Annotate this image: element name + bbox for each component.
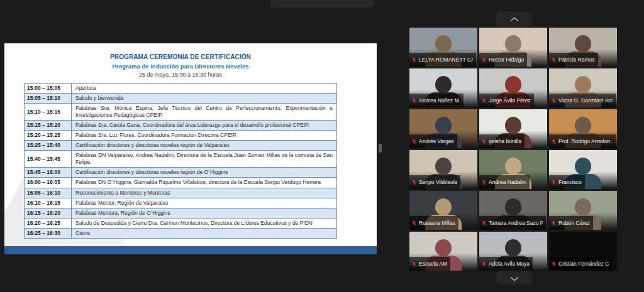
participant-name-tag: Rossana Millas bbox=[409, 216, 458, 230]
participant-silhouette-head bbox=[575, 76, 591, 93]
document-scrollbar-thumb[interactable] bbox=[379, 144, 382, 153]
schedule-row: 15:00 – 15:05 Apertura bbox=[25, 84, 337, 94]
schedule-activity-cell: Palabras DN O´Higgins, Guirnalda Riquelm… bbox=[72, 178, 337, 188]
chevron-down-icon bbox=[510, 273, 519, 284]
slide-footer-bar bbox=[4, 246, 377, 254]
schedule-row: 15:15 – 15:20 Palabras Sra. Carola Gana.… bbox=[25, 121, 337, 131]
participant-name: Patricia Ramos bbox=[558, 57, 595, 63]
participant-tile[interactable]: Prof. Rodrigo Arredon... bbox=[549, 109, 617, 148]
participant-name: Francisco bbox=[558, 179, 582, 185]
participant-tile[interactable]: Víctor G. Gonzalez Arri... bbox=[549, 68, 617, 107]
schedule-row: 15:45 – 16:00 Certificación directores y… bbox=[25, 168, 337, 178]
participant-name: Andrés Vargas bbox=[419, 138, 454, 144]
participant-tile[interactable]: Andrea Núñez M. bbox=[409, 68, 477, 107]
schedule-time-cell: 15:05 – 15:10 bbox=[25, 94, 72, 104]
schedule-time-cell: 15:20 – 15:25 bbox=[25, 131, 72, 141]
scroll-participants-down-button[interactable] bbox=[496, 271, 532, 284]
schedule-row: 16:25 – 16:30 Cierre bbox=[25, 228, 337, 238]
participant-name-tag: LELYA ROMANETT CA... bbox=[409, 53, 476, 67]
participant-tile[interactable]: Patricia Ramos bbox=[549, 28, 617, 67]
participant-silhouette-head bbox=[435, 35, 452, 52]
participant-name-tag: geisha bonilla bbox=[479, 134, 525, 148]
participant-tile[interactable]: LELYA ROMANETT CA... bbox=[409, 28, 477, 67]
participant-name: Andrea Núñez M. bbox=[419, 97, 460, 104]
participant-silhouette-head bbox=[575, 158, 591, 175]
shared-screen-document: PROGRAMA CEREMONIA DE CERTIFICACIÓN Prog… bbox=[4, 43, 377, 254]
mic-muted-icon bbox=[481, 95, 487, 106]
schedule-time-cell: 15:25 – 15:40 bbox=[25, 141, 72, 151]
mic-muted-icon bbox=[411, 95, 417, 106]
mic-muted-icon bbox=[411, 217, 417, 229]
participant-tile[interactable]: Tamara Andrea Sazo P... bbox=[479, 191, 547, 230]
mic-muted-icon bbox=[481, 258, 487, 269]
schedule-row: 16:10 – 16:15 Palabras Mentor, Región de… bbox=[25, 198, 337, 208]
participant-name: Jorge Ávila Pérez bbox=[489, 97, 531, 104]
schedule-row: 15:20 – 15:25 Palabras Sra. Luz Flores. … bbox=[25, 131, 337, 141]
participant-name: Rubén Cárez bbox=[558, 220, 590, 226]
schedule-activity-cell: Certificación directores y directoras no… bbox=[72, 168, 337, 178]
participant-tile[interactable]: Andrea Nadalini bbox=[479, 150, 547, 189]
participant-silhouette-head bbox=[505, 239, 521, 256]
schedule-time-cell: 15:15 – 15:20 bbox=[25, 121, 72, 131]
participant-name-tag: Adela Avila Moya bbox=[479, 257, 533, 271]
participant-name: Cristian Fernández C bbox=[558, 261, 609, 267]
participant-tile[interactable]: Hector Hidalgo bbox=[479, 28, 547, 67]
participant-name-tag: Escuela AM bbox=[409, 257, 450, 271]
participant-silhouette-head bbox=[575, 117, 591, 134]
participant-silhouette-head bbox=[505, 76, 521, 93]
mic-muted-icon bbox=[551, 217, 557, 229]
participant-silhouette-head bbox=[575, 35, 591, 52]
participant-silhouette-head bbox=[505, 198, 521, 215]
mic-muted-icon bbox=[551, 136, 557, 147]
schedule-table: 15:00 – 15:05 Apertura 15:05 – 15:10 Sal… bbox=[24, 83, 337, 239]
participant-tile[interactable]: Escuela AM bbox=[409, 232, 477, 271]
participant-silhouette-head bbox=[435, 239, 452, 256]
schedule-time-cell: 16:25 – 16:30 bbox=[25, 228, 72, 238]
participant-tile[interactable]: Sergio Vildósola bbox=[409, 150, 477, 189]
schedule-activity-cell: Palabras Sra. Luz Flores. Coordinadora F… bbox=[72, 131, 337, 141]
floating-panel-top-edge bbox=[270, 0, 374, 8]
schedule-activity-cell: Palabras Sra. Carola Gana. Coordinadora … bbox=[72, 121, 337, 131]
participant-name: Escuela AM bbox=[419, 261, 447, 267]
schedule-row: 16:05 – 16:10 Reconocimiento a Mentores … bbox=[25, 188, 337, 198]
schedule-time-cell: 16:00 – 16:05 bbox=[25, 178, 72, 188]
schedule-time-cell: 15:45 – 16:00 bbox=[25, 168, 72, 178]
participant-name-tag: Tamara Andrea Sazo P... bbox=[479, 216, 546, 230]
participant-tile[interactable]: Jorge Ávila Pérez bbox=[479, 68, 547, 107]
mic-muted-icon bbox=[411, 258, 417, 269]
schedule-row: 16:15 – 16:20 Palabras Mentora, Región d… bbox=[25, 208, 337, 218]
participant-name: Andrea Nadalini bbox=[489, 179, 526, 185]
participant-name: Sergio Vildósola bbox=[419, 179, 457, 185]
participant-name-tag: Víctor G. Gonzalez Arri... bbox=[549, 94, 616, 107]
participant-name: Prof. Rodrigo Arredon... bbox=[558, 138, 613, 144]
mic-muted-icon bbox=[481, 54, 487, 65]
participant-name-tag: Sergio Vildósola bbox=[409, 175, 460, 189]
participant-video-grid: LELYA ROMANETT CA... Hector Hidalgo bbox=[409, 28, 617, 271]
scroll-participants-up-button[interactable] bbox=[496, 11, 532, 26]
schedule-activity-cell: Palabras Sra. Mónica Espina, Jefa Técnic… bbox=[72, 104, 337, 121]
mic-muted-icon bbox=[551, 176, 557, 188]
schedule-activity-cell: Palabras Mentor, Región de Valparaiso bbox=[72, 198, 337, 208]
schedule-activity-cell: Saludo y bienvenida bbox=[72, 94, 337, 104]
participant-silhouette-head bbox=[435, 158, 452, 175]
participant-tile[interactable]: Cristian Fernández C bbox=[549, 232, 617, 271]
participant-tile[interactable]: Rubén Cárez bbox=[549, 191, 617, 230]
schedule-row: 15:40 – 15:45 Palabras DN Valparaíso, An… bbox=[25, 151, 337, 168]
mic-muted-icon bbox=[551, 95, 557, 106]
schedule-table-body: 15:00 – 15:05 Apertura 15:05 – 15:10 Sal… bbox=[25, 84, 337, 239]
participant-tile[interactable]: geisha bonilla bbox=[479, 109, 547, 148]
participant-name-tag: Patricia Ramos bbox=[549, 53, 598, 67]
mic-muted-icon bbox=[551, 54, 557, 65]
schedule-activity-cell: Saludo de Despedida y Cierre Dra. Carmen… bbox=[72, 218, 337, 228]
participant-name: Adela Avila Moya bbox=[489, 261, 530, 267]
participant-tile[interactable]: Andrés Vargas bbox=[409, 109, 477, 148]
schedule-row: 15:25 – 15:40 Certificación directores y… bbox=[25, 141, 337, 151]
participant-tile[interactable]: Adela Avila Moya bbox=[479, 232, 547, 271]
participant-silhouette-head bbox=[435, 117, 452, 134]
schedule-time-cell: 16:10 – 16:15 bbox=[25, 198, 72, 208]
participant-tile[interactable]: Rossana Millas bbox=[409, 191, 477, 230]
participant-name-tag: Prof. Rodrigo Arredon... bbox=[549, 134, 616, 148]
participant-name-tag: Andrea Nadalini bbox=[479, 175, 530, 189]
participant-tile[interactable]: Francisco bbox=[549, 150, 617, 189]
document-date-line: 25 de mayo, 15:00 a 16:30 horas bbox=[24, 72, 337, 78]
